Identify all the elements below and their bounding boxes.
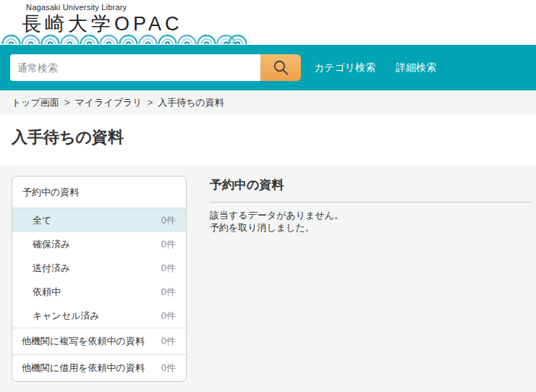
sidebar-item-label: キャンセル済み: [33, 310, 100, 323]
sidebar-item-label: 他機関に借用を依頼中の資料: [22, 362, 145, 375]
site-header: Nagasaki University Library 長崎大学OPAC: [0, 0, 536, 45]
sidebar-item-all[interactable]: 全て 0件: [12, 208, 186, 232]
sidebar-item-sent[interactable]: 送付済み 0件: [12, 256, 186, 280]
sidebar-item-count: 0件: [161, 286, 176, 299]
page-title: 入手待ちの資料: [12, 127, 536, 148]
sidebar-item-count: 0件: [161, 362, 176, 375]
category-search-link[interactable]: カテゴリ検索: [314, 61, 375, 74]
sidebar-item-count: 0件: [161, 310, 176, 323]
breadcrumb-separator: >: [148, 97, 153, 108]
breadcrumb-item-current: 入手待ちの資料: [158, 96, 224, 109]
section-heading: 予約中の資料: [210, 176, 533, 203]
wave-pattern-icon: [1, 33, 247, 44]
no-data-message: 該当するデータがありません。: [210, 209, 533, 221]
search-button[interactable]: [260, 54, 301, 81]
sidebar-item-label: 依頼中: [33, 286, 61, 299]
sidebar-item-count: 0件: [161, 238, 176, 251]
search-input[interactable]: [10, 54, 260, 81]
reservation-filter-card: 予約中の資料 全て 0件 確保済み 0件 送付済み 0件 依頼中 0件 キャンセ…: [12, 176, 187, 382]
breadcrumb: トップ画面 > マイライブラリ > 入手待ちの資料: [0, 90, 536, 114]
breadcrumb-item-top[interactable]: トップ画面: [12, 96, 59, 109]
cancelled-message: 予約を取り消しました。: [210, 221, 533, 234]
breadcrumb-separator: >: [64, 97, 70, 108]
main-panel: 予約中の資料 該当するデータがありません。 予約を取り消しました。: [210, 176, 533, 234]
sidebar-item-secured[interactable]: 確保済み 0件: [12, 232, 186, 256]
sidebar-item-ill-copy[interactable]: 他機関に複写を依頼中の資料 0件: [12, 328, 186, 354]
sidebar-item-label: 他機関に複写を依頼中の資料: [22, 335, 145, 348]
sidebar-item-requesting[interactable]: 依頼中 0件: [12, 280, 186, 304]
sidebar-item-label: 全て: [33, 214, 51, 227]
sidebar-item-label: 確保済み: [33, 238, 70, 251]
advanced-search-link[interactable]: 詳細検索: [396, 61, 436, 74]
breadcrumb-item-mylibrary[interactable]: マイライブラリ: [75, 96, 142, 109]
sidebar-item-label: 送付済み: [33, 262, 70, 275]
title-section: 入手待ちの資料: [0, 114, 536, 165]
sidebar-item-count: 0件: [161, 335, 176, 348]
result-messages: 該当するデータがありません。 予約を取り消しました。: [210, 209, 533, 234]
sidebar-item-count: 0件: [161, 214, 176, 227]
filter-card-header: 予約中の資料: [12, 176, 186, 208]
magnifier-icon: [272, 59, 289, 77]
content-area: 予約中の資料 全て 0件 確保済み 0件 送付済み 0件 依頼中 0件 キャンセ…: [0, 165, 536, 392]
search-band: カテゴリ検索 詳細検索: [0, 45, 536, 90]
sidebar-item-ill-loan[interactable]: 他機関に借用を依頼中の資料 0件: [12, 354, 186, 381]
sidebar-item-count: 0件: [161, 262, 176, 275]
sidebar-item-cancelled[interactable]: キャンセル済み 0件: [12, 304, 186, 328]
